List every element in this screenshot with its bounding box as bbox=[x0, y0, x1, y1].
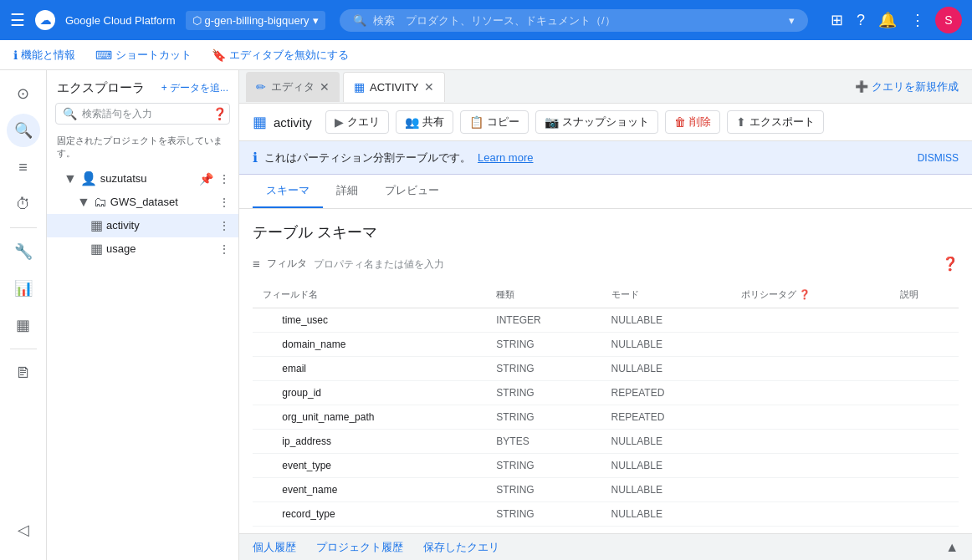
activity-tab-close[interactable]: ✕ bbox=[424, 80, 434, 94]
explorer-panel: エクスプローラ + データを追... 🔍 ❓ 固定されたプロジェクトを表示してい… bbox=[47, 70, 239, 560]
settings-icon[interactable]: 🔧 bbox=[7, 235, 40, 268]
search-rail-icon[interactable]: 🔍 bbox=[7, 114, 40, 147]
type-cell: INTEGER bbox=[486, 308, 601, 333]
copy-button[interactable]: 📋 コピー bbox=[460, 110, 529, 134]
pin-icon: 📌 bbox=[199, 172, 213, 186]
hamburger-menu[interactable]: ☰ bbox=[10, 10, 25, 30]
activity-tab-label: ACTIVITY bbox=[370, 81, 419, 94]
table-row: ▶ voice RECORD NULLABLE bbox=[253, 527, 959, 534]
editor-tab-close[interactable]: ✕ bbox=[320, 80, 330, 94]
filter-help-icon[interactable]: ❓ bbox=[942, 256, 959, 272]
filter-input[interactable] bbox=[314, 258, 935, 270]
search-input[interactable] bbox=[373, 14, 782, 27]
info-banner: ℹ これはパーティション分割テーブルです。 Learn more DISMISS bbox=[239, 141, 972, 175]
document-icon[interactable]: 🖹 bbox=[7, 356, 40, 389]
explorer-search-icon: 🔍 bbox=[63, 107, 77, 120]
more-icon[interactable]: ⋮ bbox=[907, 8, 929, 33]
col-desc: 説明 bbox=[890, 282, 959, 308]
type-cell: STRING bbox=[486, 357, 601, 381]
mode-cell: NULLABLE bbox=[601, 333, 732, 357]
policy-cell bbox=[731, 430, 890, 454]
dataset-tree-item[interactable]: ▼ 🗂 GWS_dataset ⋮ bbox=[47, 191, 238, 214]
info-icon: ℹ bbox=[13, 48, 18, 62]
query-icon: ▶ bbox=[335, 115, 344, 129]
add-data-button[interactable]: + データを追... bbox=[161, 81, 228, 95]
filter-label: フィルタ bbox=[267, 257, 307, 271]
export-button[interactable]: ⬆ エクスポート bbox=[727, 110, 824, 134]
editor-tab[interactable]: ✏ エディタ ✕ bbox=[246, 72, 340, 102]
search-icon: 🔍 bbox=[353, 14, 366, 27]
learn-more-link[interactable]: Learn more bbox=[478, 151, 533, 164]
activity-table-item[interactable]: ▦ activity ⋮ bbox=[47, 214, 238, 237]
delete-button[interactable]: 🗑 削除 bbox=[665, 110, 720, 134]
type-cell: BYTES bbox=[486, 430, 601, 454]
desc-cell bbox=[890, 333, 959, 357]
list-icon[interactable]: ≡ bbox=[7, 150, 40, 184]
explorer-search-input[interactable] bbox=[82, 108, 207, 120]
share-button[interactable]: 👥 共有 bbox=[396, 110, 453, 134]
schema-tab[interactable]: スキーマ bbox=[253, 175, 323, 208]
editor-tab-nav-item[interactable]: 🔖 エディタブを無効にする bbox=[212, 48, 349, 63]
personal-history-tab[interactable]: 個人履歴 bbox=[253, 540, 296, 555]
activity-more-icon[interactable]: ⋮ bbox=[217, 217, 232, 234]
field-name-cell: event_type bbox=[253, 454, 486, 478]
new-query-button[interactable]: ➕ クエリを新規作成 bbox=[848, 76, 965, 98]
usage-more-icon[interactable]: ⋮ bbox=[217, 241, 232, 257]
grid-icon[interactable]: ▦ bbox=[7, 308, 40, 342]
help-icon[interactable]: ? bbox=[853, 8, 868, 33]
dataset-icon: 🗂 bbox=[94, 195, 107, 210]
history-icon[interactable]: ⏱ bbox=[7, 187, 40, 221]
notifications-icon[interactable]: 🔔 bbox=[875, 8, 900, 33]
new-query-plus-icon: ➕ bbox=[855, 80, 868, 93]
field-name-cell: record_type bbox=[253, 502, 486, 527]
project-more-icon[interactable]: ⋮ bbox=[217, 171, 232, 187]
mode-cell: REPEATED bbox=[601, 381, 732, 405]
snapshot-button[interactable]: 📷 スナップショット bbox=[535, 110, 658, 134]
policy-cell bbox=[731, 381, 890, 405]
table-toolbar-icon: ▦ bbox=[253, 113, 267, 131]
mode-cell: NULLABLE bbox=[601, 478, 732, 502]
field-name-cell: ▶ voice bbox=[253, 527, 486, 534]
collapse-rail-icon[interactable]: ◁ bbox=[7, 513, 40, 547]
schema-area: テーブル スキーマ ≡ フィルタ ❓ フィールド名 種類 モード ポリシータグ … bbox=[239, 209, 972, 533]
table-name: activity bbox=[274, 115, 312, 130]
project-tree-item[interactable]: ▼ 👤 suzutatsu 📌 ⋮ bbox=[47, 167, 238, 191]
table-row: group_id STRING REPEATED bbox=[253, 381, 959, 405]
tabs-bar: ✏ エディタ ✕ ▦ ACTIVITY ✕ ➕ クエリを新規作成 bbox=[239, 70, 972, 104]
policy-cell bbox=[731, 454, 890, 478]
main-layout: ⊙ 🔍 ≡ ⏱ 🔧 📊 ▦ 🖹 ◁ エクスプローラ + データを追... 🔍 ❓… bbox=[0, 70, 972, 560]
saved-queries-tab[interactable]: 保存したクエリ bbox=[423, 540, 499, 555]
dataset-more-icon[interactable]: ⋮ bbox=[217, 194, 232, 211]
editor-tab-icon: ✏ bbox=[256, 80, 266, 94]
features-info-nav-item[interactable]: ℹ 機能と情報 bbox=[13, 48, 75, 63]
query-button[interactable]: ▶ クエリ bbox=[325, 110, 389, 134]
expand-icon: ▼ bbox=[64, 171, 77, 186]
dismiss-button[interactable]: DISMISS bbox=[918, 152, 959, 164]
policy-cell bbox=[731, 502, 890, 527]
shortcut-nav-item[interactable]: ⌨ ショートカット bbox=[95, 48, 192, 63]
share-icon: 👥 bbox=[405, 115, 419, 129]
project-history-tab[interactable]: プロジェクト履歴 bbox=[316, 540, 403, 555]
usage-label: usage bbox=[106, 242, 213, 255]
type-cell: STRING bbox=[486, 333, 601, 357]
icon-rail: ⊙ 🔍 ≡ ⏱ 🔧 📊 ▦ 🖹 ◁ bbox=[0, 70, 47, 560]
policy-cell bbox=[731, 308, 890, 333]
chart-icon[interactable]: 📊 bbox=[7, 272, 40, 305]
activity-tab[interactable]: ▦ ACTIVITY ✕ bbox=[343, 72, 445, 102]
project-selector[interactable]: ⬡ g-gen-billing-bigquery ▾ bbox=[186, 11, 325, 30]
details-tab[interactable]: 詳細 bbox=[323, 175, 371, 208]
keyboard-icon: ⌨ bbox=[95, 48, 112, 62]
usage-actions: ⋮ bbox=[217, 241, 232, 257]
mode-cell: NULLABLE bbox=[601, 502, 732, 527]
search-bar[interactable]: 🔍 ▾ bbox=[340, 9, 808, 32]
expand-bottom-icon[interactable]: ▲ bbox=[945, 540, 959, 555]
help-circle-icon[interactable]: ❓ bbox=[212, 107, 227, 120]
preview-tab[interactable]: プレビュー bbox=[371, 175, 453, 208]
field-name-cell: domain_name bbox=[253, 333, 486, 357]
usage-table-item[interactable]: ▦ usage ⋮ bbox=[47, 237, 238, 261]
avatar[interactable]: S bbox=[935, 7, 962, 33]
home-icon[interactable]: ⊙ bbox=[7, 77, 40, 110]
explorer-search-box[interactable]: 🔍 ❓ bbox=[55, 103, 230, 125]
type-cell: STRING bbox=[486, 502, 601, 527]
apps-icon[interactable]: ⊞ bbox=[827, 8, 847, 33]
